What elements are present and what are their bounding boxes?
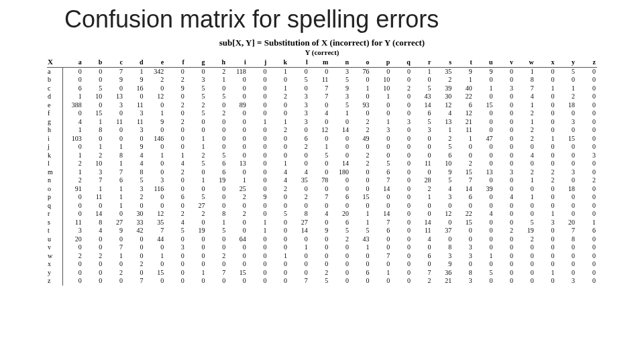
- matrix-cell: 0: [555, 176, 576, 185]
- matrix-cell: 2: [268, 93, 288, 101]
- matrix-cell: 0: [494, 260, 515, 269]
- matrix-cell: 0: [248, 202, 268, 210]
- matrix-cell: 0: [186, 126, 207, 135]
- matrix-cell: 0: [309, 219, 330, 227]
- matrix-cell: 13: [103, 93, 124, 101]
- matrix-cell: 5: [309, 152, 330, 160]
- matrix-cell: 3: [62, 227, 83, 235]
- matrix-cell: 1: [474, 252, 494, 261]
- matrix-cell: 1: [103, 252, 124, 261]
- matrix-cell: 0: [391, 243, 412, 252]
- matrix-cell: 0: [371, 67, 392, 76]
- matrix-cell: 1: [433, 126, 453, 135]
- matrix-cell: 3: [288, 101, 309, 110]
- matrix-cell: 78: [309, 176, 330, 185]
- matrix-cell: 2: [329, 235, 350, 244]
- row-header: o: [47, 185, 62, 194]
- matrix-cell: 1: [83, 143, 104, 152]
- matrix-cell: 0: [124, 135, 145, 143]
- row-header: d: [47, 93, 62, 101]
- matrix-cell: 0: [227, 168, 248, 177]
- matrix-cell: 2: [515, 168, 535, 177]
- matrix-cell: 6: [62, 84, 83, 93]
- matrix-cell: 0: [309, 185, 330, 194]
- matrix-cell: 3: [83, 168, 104, 177]
- matrix-cell: 1: [268, 252, 288, 261]
- table-row: f0150310520003410006412002000: [47, 109, 597, 118]
- matrix-cell: 0: [227, 84, 248, 93]
- matrix-cell: 0: [412, 210, 433, 219]
- matrix-cell: 6: [165, 193, 186, 202]
- col-header: q: [391, 58, 412, 67]
- matrix-cell: 0: [145, 126, 166, 135]
- matrix-cell: 0: [412, 243, 433, 252]
- matrix-cell: 0: [248, 143, 268, 152]
- matrix-cell: 9: [165, 84, 186, 93]
- matrix-cell: 9: [453, 67, 474, 76]
- matrix-cell: 0: [206, 101, 227, 110]
- matrix-cell: 0: [165, 176, 186, 185]
- matrix-cell: 0: [494, 126, 515, 135]
- matrix-cell: 0: [555, 152, 576, 160]
- matrix-cell: 19: [515, 227, 535, 235]
- matrix-cell: 0: [248, 76, 268, 84]
- matrix-cell: 3: [433, 252, 453, 261]
- matrix-cell: 0: [371, 202, 392, 210]
- matrix-cell: 0: [391, 260, 412, 269]
- matrix-cell: 180: [329, 168, 350, 177]
- matrix-cell: 13: [227, 160, 248, 168]
- matrix-cell: 5: [186, 109, 207, 118]
- matrix-cell: 0: [535, 152, 556, 160]
- matrix-cell: 8: [555, 235, 576, 244]
- matrix-cell: 146: [145, 135, 166, 143]
- matrix-cell: 0: [165, 277, 186, 286]
- matrix-cell: 2: [515, 126, 535, 135]
- matrix-cell: 0: [103, 84, 124, 93]
- matrix-cell: 7: [206, 269, 227, 278]
- matrix-cell: 7: [103, 67, 124, 76]
- matrix-cell: 0: [555, 202, 576, 210]
- matrix-cell: 9: [474, 67, 494, 76]
- matrix-cell: 2: [165, 168, 186, 177]
- matrix-cell: 6: [576, 227, 597, 235]
- matrix-cell: 2: [165, 101, 186, 110]
- matrix-cell: 1: [103, 185, 124, 194]
- matrix-cell: 0: [515, 143, 535, 152]
- matrix-cell: 11: [412, 160, 433, 168]
- matrix-cell: 25: [227, 185, 248, 194]
- matrix-cell: 11: [412, 227, 433, 235]
- table-row: c650160950001079110253940137110: [47, 84, 597, 93]
- matrix-cell: 0: [576, 76, 597, 84]
- matrix-cell: 0: [371, 143, 392, 152]
- matrix-cell: 2: [206, 67, 227, 76]
- row-header: r: [47, 210, 62, 219]
- matrix-cell: 0: [391, 67, 412, 76]
- matrix-cell: 0: [350, 168, 371, 177]
- matrix-cell: 7: [103, 243, 124, 252]
- matrix-cell: 9: [309, 227, 330, 235]
- matrix-cell: 10: [83, 160, 104, 168]
- matrix-cell: 0: [165, 67, 186, 76]
- matrix-cell: 3: [124, 185, 145, 194]
- matrix-cell: 7: [555, 227, 576, 235]
- matrix-cell: 12: [433, 210, 453, 219]
- matrix-cell: 0: [555, 143, 576, 152]
- matrix-cell: 0: [288, 67, 309, 76]
- matrix-cell: 0: [350, 277, 371, 286]
- matrix-cell: 4: [83, 227, 104, 235]
- matrix-cell: 1: [371, 269, 392, 278]
- col-header: n: [329, 58, 350, 67]
- matrix-cell: 9: [124, 143, 145, 152]
- matrix-cell: 0: [576, 168, 597, 177]
- table-row: l2101404561301001425011102000000: [47, 160, 597, 168]
- matrix-cell: 0: [576, 277, 597, 286]
- matrix-cell: 35: [433, 67, 453, 76]
- matrix-cell: 0: [248, 67, 268, 76]
- matrix-cell: 0: [206, 235, 227, 244]
- matrix-cell: 6: [412, 252, 433, 261]
- matrix-cell: 0: [329, 269, 350, 278]
- matrix-cell: 3: [453, 252, 474, 261]
- matrix-cell: 0: [453, 260, 474, 269]
- matrix-cell: 0: [309, 252, 330, 261]
- table-row: z000700000007500002213000030: [47, 277, 597, 286]
